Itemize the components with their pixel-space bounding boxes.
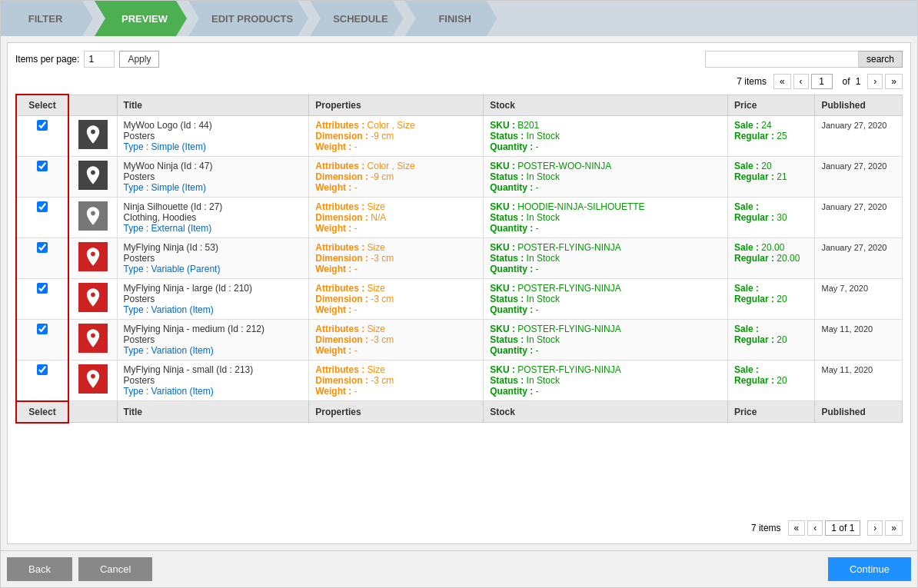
publish-date: May 11, 2020	[821, 365, 873, 374]
search-button[interactable]: search	[859, 51, 903, 68]
product-name: MyFlying Ninja - small (Id : 213)	[124, 364, 254, 375]
step-filter[interactable]: FILTER	[1, 1, 93, 36]
product-thumbnail	[78, 242, 108, 271]
product-name: MyFlying Ninja (Id : 53)	[124, 242, 218, 253]
table-row: MyFlying Ninja (Id : 53) Posters Type : …	[16, 238, 903, 279]
select-cell[interactable]	[16, 279, 68, 320]
next-page-btn[interactable]: ›	[867, 74, 883, 89]
product-thumbnail	[78, 324, 108, 353]
product-title-cell: MyWoo Logo (Id : 44) Posters Type : Simp…	[117, 116, 309, 157]
product-category: Clothing, Hoodies	[124, 212, 197, 223]
product-title-cell: Ninja Silhouette (Id : 27) Clothing, Hoo…	[117, 198, 309, 238]
step-preview[interactable]: PREVIEW	[95, 1, 187, 36]
last-page-btn-bottom[interactable]: »	[885, 520, 903, 536]
publish-date: May 7, 2020	[821, 284, 868, 293]
publish-date: January 27, 2020	[821, 202, 886, 211]
publish-date: January 27, 2020	[821, 243, 886, 252]
product-image-cell	[68, 157, 117, 198]
apply-button[interactable]: Apply	[119, 51, 159, 68]
col-footer-properties: Properties	[309, 401, 484, 423]
product-props-cell: Attributes : Size Dimension : -3 cm Weig…	[309, 320, 484, 360]
product-stock-cell: SKU : POSTER-FLYING-NINJA Status : In St…	[484, 238, 728, 279]
product-props-cell: Attributes : Size Dimension : -3 cm Weig…	[309, 360, 484, 401]
col-header-title: Title	[117, 95, 309, 116]
continue-button[interactable]: Continue	[828, 557, 911, 581]
select-cell[interactable]	[16, 360, 68, 401]
select-cell[interactable]	[16, 238, 68, 279]
col-footer-title: Title	[117, 401, 309, 423]
select-cell[interactable]	[16, 116, 68, 157]
current-page-top: 1	[811, 74, 833, 89]
step-schedule[interactable]: SCHEDULE	[310, 1, 404, 36]
product-name: Ninja Silhouette (Id : 27)	[124, 201, 223, 212]
product-stock-cell: SKU : HOODIE-NINJA-SILHOUETTE Status : I…	[484, 198, 728, 238]
items-per-page-group: Items per page: Apply	[15, 51, 159, 68]
wizard-steps: FILTER PREVIEW EDIT PRODUCTS SCHEDULE FI…	[1, 1, 917, 36]
product-category: Posters	[124, 334, 155, 345]
product-published-cell: January 27, 2020	[815, 238, 903, 279]
table-row: MyFlying Ninja - large (Id : 210) Poster…	[16, 279, 903, 320]
select-cell[interactable]	[16, 320, 68, 360]
row-checkbox[interactable]	[37, 201, 48, 212]
items-per-page-input[interactable]	[84, 51, 115, 68]
table-row: MyWoo Logo (Id : 44) Posters Type : Simp…	[16, 116, 903, 157]
next-page-btn-bottom[interactable]: ›	[867, 520, 883, 536]
top-controls: Items per page: Apply search	[15, 51, 903, 68]
total-items-bottom: 7 items	[751, 523, 781, 533]
first-page-btn[interactable]: «	[773, 74, 791, 89]
top-pagination: 7 items « ‹ 1 of 1 › »	[15, 74, 903, 89]
product-published-cell: May 11, 2020	[815, 360, 903, 401]
content-area: Items per page: Apply search 7 items « ‹…	[7, 42, 911, 544]
table-row: MyFlying Ninja - medium (Id : 212) Poste…	[16, 320, 903, 360]
product-type: Type : Variation (Item)	[124, 345, 214, 356]
product-type: Type : Variable (Parent)	[124, 264, 221, 274]
row-checkbox[interactable]	[37, 120, 48, 131]
product-published-cell: May 7, 2020	[815, 279, 903, 320]
prev-page-btn-bottom[interactable]: ‹	[807, 520, 823, 536]
left-buttons: Back Cancel	[7, 557, 152, 581]
product-title-cell: MyFlying Ninja (Id : 53) Posters Type : …	[117, 238, 309, 279]
col-header-properties: Properties	[309, 95, 484, 116]
cancel-button[interactable]: Cancel	[78, 557, 152, 581]
product-published-cell: May 11, 2020	[815, 320, 903, 360]
select-cell[interactable]	[16, 157, 68, 198]
product-thumbnail	[78, 161, 108, 190]
products-table-wrapper: Select Title Properties Stock	[15, 94, 903, 516]
product-props-cell: Attributes : Size Dimension : -3 cm Weig…	[309, 279, 484, 320]
product-props-cell: Attributes : Color , Size Dimension : -9…	[309, 116, 484, 157]
product-price-cell: Sale : Regular : 30	[727, 198, 814, 238]
product-name: MyFlying Ninja - large (Id : 210)	[124, 283, 252, 294]
row-checkbox[interactable]	[37, 161, 48, 171]
product-type: Type : Simple (Item)	[124, 141, 206, 152]
search-input[interactable]	[705, 51, 859, 68]
items-per-page-label: Items per page:	[15, 54, 79, 65]
product-image-cell	[68, 279, 117, 320]
row-checkbox[interactable]	[37, 283, 48, 294]
step-edit-products[interactable]: EDIT PRODUCTS	[188, 1, 308, 36]
product-type: Type : Simple (Item)	[124, 182, 206, 193]
bottom-pagination: 7 items « ‹ 1 of 1 › »	[15, 520, 903, 536]
prev-page-btn[interactable]: ‹	[793, 74, 809, 89]
table-row: MyWoo Ninja (Id : 47) Posters Type : Sim…	[16, 157, 903, 198]
row-checkbox[interactable]	[37, 324, 48, 334]
product-name: MyWoo Ninja (Id : 47)	[124, 161, 213, 171]
col-header-published: Published	[815, 95, 903, 116]
product-stock-cell: SKU : POSTER-FLYING-NINJA Status : In St…	[484, 360, 728, 401]
product-category: Posters	[124, 171, 155, 182]
row-checkbox[interactable]	[37, 364, 48, 375]
publish-date: January 27, 2020	[821, 121, 886, 130]
select-cell[interactable]	[16, 198, 68, 238]
back-button[interactable]: Back	[7, 557, 72, 581]
product-price-cell: Sale : 20Regular : 21	[727, 157, 814, 198]
product-image-cell	[68, 198, 117, 238]
last-page-btn[interactable]: »	[885, 74, 903, 89]
product-image-cell	[68, 360, 117, 401]
products-table: Select Title Properties Stock	[15, 94, 903, 424]
product-price-cell: Sale : Regular : 20	[727, 279, 814, 320]
first-page-btn-bottom[interactable]: «	[788, 520, 806, 536]
product-published-cell: January 27, 2020	[815, 157, 903, 198]
col-header-price: Price	[727, 95, 814, 116]
step-finish[interactable]: FINISH	[405, 1, 497, 36]
search-area: search	[705, 51, 903, 68]
row-checkbox[interactable]	[37, 242, 48, 253]
